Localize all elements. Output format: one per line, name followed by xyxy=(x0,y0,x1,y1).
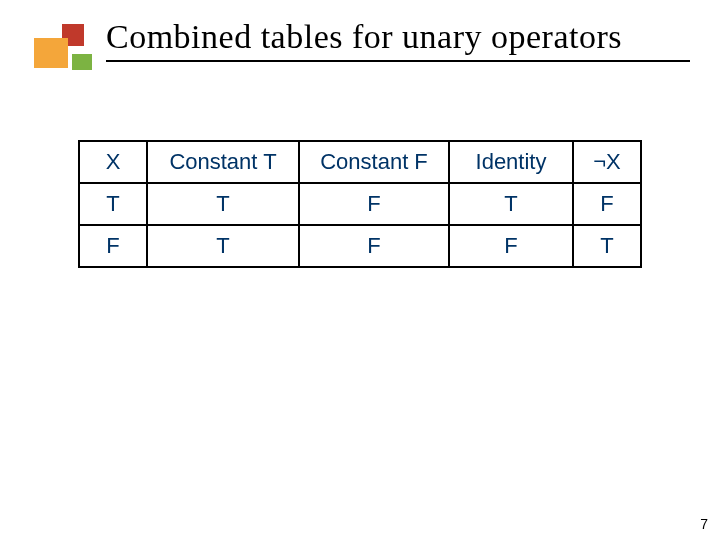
page-number: 7 xyxy=(700,516,708,532)
cell: T xyxy=(147,225,299,267)
cell: F xyxy=(299,225,449,267)
deco-square-orange xyxy=(34,38,68,68)
title-underline xyxy=(106,60,690,62)
col-header-not-x: ¬X xyxy=(573,141,641,183)
cell: F xyxy=(449,225,573,267)
cell: T xyxy=(449,183,573,225)
col-header-constant-t: Constant T xyxy=(147,141,299,183)
cell: F xyxy=(573,183,641,225)
slide-header: Combined tables for unary operators xyxy=(0,0,720,78)
header-decoration xyxy=(30,18,100,78)
cell: T xyxy=(79,183,147,225)
cell: F xyxy=(79,225,147,267)
col-header-constant-f: Constant F xyxy=(299,141,449,183)
table-row: F T F F T xyxy=(79,225,641,267)
table-header-row: X Constant T Constant F Identity ¬X xyxy=(79,141,641,183)
table-row: T T F T F xyxy=(79,183,641,225)
page-title: Combined tables for unary operators xyxy=(106,18,622,56)
truth-table-wrap: X Constant T Constant F Identity ¬X T T … xyxy=(78,140,642,268)
col-header-identity: Identity xyxy=(449,141,573,183)
col-header-x: X xyxy=(79,141,147,183)
cell: T xyxy=(573,225,641,267)
truth-table: X Constant T Constant F Identity ¬X T T … xyxy=(78,140,642,268)
deco-square-green xyxy=(72,54,92,70)
cell: F xyxy=(299,183,449,225)
cell: T xyxy=(147,183,299,225)
